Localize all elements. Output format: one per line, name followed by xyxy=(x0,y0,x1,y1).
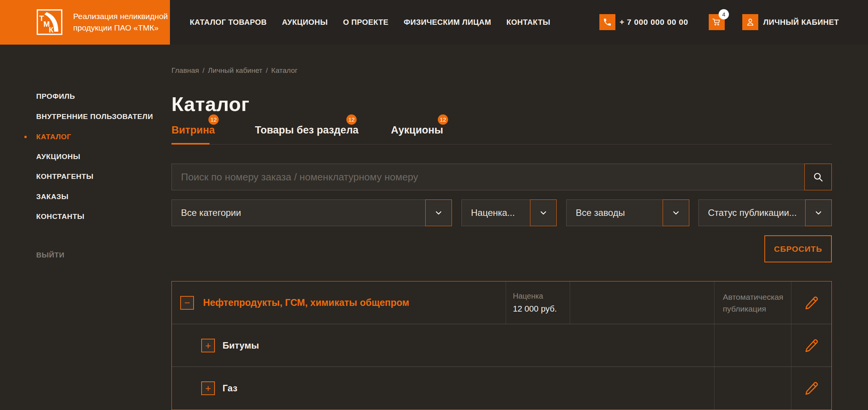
markup-label: Наценка xyxy=(513,292,543,301)
expand-subcategory-button[interactable]: + xyxy=(201,339,215,352)
sidebar-item-counterparties[interactable]: КОНТРАГЕНТЫ xyxy=(36,172,93,181)
breadcrumb: Главная / Личный кабинет / Каталог xyxy=(171,66,298,75)
search-button[interactable] xyxy=(804,164,832,190)
table-row-subcategory: + Битумы xyxy=(172,324,831,367)
category-name[interactable]: Нефтепродукты, ГСМ, химикаты общепром xyxy=(203,297,409,308)
svg-text:К: К xyxy=(49,26,54,34)
edit-subcategory-button[interactable] xyxy=(804,338,819,353)
tab-auctions[interactable]: Аукционы xyxy=(391,124,443,136)
tab-auctions-badge: 12 xyxy=(438,114,448,125)
sidebar-item-internal-users[interactable]: ВНУТРЕННИЕ ПОЛЬЗОВАТЕЛИ xyxy=(36,113,153,121)
active-item-dot xyxy=(24,136,27,138)
filter-publication-status[interactable]: Статус публикации... xyxy=(698,199,832,226)
chevron-down-icon xyxy=(814,208,823,218)
expand-subcategory-button[interactable]: + xyxy=(201,381,215,395)
sidebar-item-orders[interactable]: ЗАКАЗЫ xyxy=(36,193,69,201)
phone-button[interactable] xyxy=(599,14,615,30)
filter-markup-value: Наценка... xyxy=(471,200,515,226)
subcategory-name: Газ xyxy=(223,383,237,394)
edit-cell xyxy=(791,367,831,410)
brand-tagline-line1: Реализация неликвидной xyxy=(73,11,168,22)
filter-categories-toggle[interactable] xyxy=(425,199,452,226)
edit-cell xyxy=(791,324,831,367)
sidebar-item-profile[interactable]: ПРОФИЛЬ xyxy=(36,92,75,101)
page-title: Каталог xyxy=(171,94,250,114)
top-header: Т М К Реализация неликвидной продукции П… xyxy=(0,0,868,45)
table-row-category: − Нефтепродукты, ГСМ, химикаты общепром … xyxy=(172,281,831,324)
edit-cell xyxy=(791,281,831,324)
sidebar-item-catalog-label: КАТАЛОГ xyxy=(36,133,71,141)
search-box xyxy=(171,164,832,190)
breadcrumb-separator: / xyxy=(202,66,204,75)
publication-cell xyxy=(714,324,791,367)
breadcrumb-current: Каталог xyxy=(271,66,298,75)
sidebar-item-constants[interactable]: КОНСТАНТЫ xyxy=(36,212,85,221)
chevron-down-icon xyxy=(434,208,444,218)
category-name-cell: − Нефтепродукты, ГСМ, химикаты общепром xyxy=(172,281,506,324)
cart-count-badge: 4 xyxy=(719,9,729,19)
page: Т М К Реализация неликвидной продукции П… xyxy=(0,0,868,410)
top-nav: КАТАЛОГ ТОВАРОВ АУКЦИОНЫ О ПРОЕКТЕ ФИЗИЧ… xyxy=(190,0,550,45)
chevron-down-icon xyxy=(671,208,681,218)
tab-vitrina-badge: 12 xyxy=(208,114,219,125)
search-icon xyxy=(812,171,824,183)
subcategory-name: Битумы xyxy=(223,340,259,351)
nav-item-contacts[interactable]: КОНТАКТЫ xyxy=(506,18,550,27)
pencil-icon xyxy=(804,295,819,310)
phone-number[interactable]: + 7 000 000 00 00 xyxy=(620,14,688,30)
nav-item-auctions[interactable]: АУКЦИОНЫ xyxy=(282,18,328,27)
search-input[interactable] xyxy=(172,164,797,190)
publication-cell: Автоматическая публикация xyxy=(714,281,791,324)
sidebar-item-catalog[interactable]: КАТАЛОГ xyxy=(36,133,71,141)
edit-category-button[interactable] xyxy=(804,295,819,310)
brand-tagline-line2: продукции ПАО «ТМК» xyxy=(73,22,168,34)
breadcrumb-cabinet[interactable]: Личный кабинет xyxy=(208,66,263,75)
nav-item-individuals[interactable]: ФИЗИЧЕСКИМ ЛИЦАМ xyxy=(404,18,491,27)
breadcrumb-separator: / xyxy=(266,66,268,75)
publication-cell xyxy=(714,367,791,410)
person-icon xyxy=(745,17,755,27)
brand-tagline: Реализация неликвидной продукции ПАО «ТМ… xyxy=(73,11,168,34)
nav-item-catalog[interactable]: КАТАЛОГ ТОВАРОВ xyxy=(190,18,267,27)
filter-categories-value: Все категории xyxy=(181,200,241,226)
phone-icon xyxy=(603,18,612,27)
subcategory-name-cell: + Газ xyxy=(172,367,714,410)
reset-filters-button[interactable]: СБРОСИТЬ xyxy=(764,235,832,262)
edit-subcategory-button[interactable] xyxy=(804,381,819,396)
filter-categories[interactable]: Все категории xyxy=(171,199,452,226)
pencil-icon xyxy=(804,381,819,396)
sidebar-logout[interactable]: ВЫЙТИ xyxy=(36,251,64,259)
tab-goods-without-section[interactable]: Товары без раздела xyxy=(255,124,359,136)
filter-publication-status-value: Статус публикации... xyxy=(708,200,797,226)
filter-markup[interactable]: Наценка... xyxy=(461,199,557,226)
account-button[interactable] xyxy=(742,14,758,30)
filter-markup-toggle[interactable] xyxy=(530,199,557,226)
markup-value: 12 000 руб. xyxy=(513,304,557,314)
cart-icon xyxy=(712,17,722,27)
tabs-divider xyxy=(171,144,832,145)
table-row-subcategory: + Газ xyxy=(172,367,831,410)
empty-cell xyxy=(570,281,714,324)
account-label[interactable]: ЛИЧНЫЙ КАБИНЕТ xyxy=(763,14,839,30)
active-tab-underline xyxy=(171,143,210,145)
markup-cell: Наценка 12 000 руб. xyxy=(506,281,570,324)
filter-plants-toggle[interactable] xyxy=(663,199,689,226)
filter-publication-status-toggle[interactable] xyxy=(805,199,832,226)
breadcrumb-home[interactable]: Главная xyxy=(171,66,199,75)
catalog-table: − Нефтепродукты, ГСМ, химикаты общепром … xyxy=(171,281,832,410)
tab-goods-without-section-badge: 12 xyxy=(346,114,357,125)
nav-item-about[interactable]: О ПРОЕКТЕ xyxy=(343,18,388,27)
main-content: Главная / Личный кабинет / Каталог Катал… xyxy=(171,45,832,410)
publication-status: Автоматическая публикация xyxy=(723,291,784,315)
subcategory-name-cell: + Битумы xyxy=(172,324,714,367)
cart-button[interactable]: 4 xyxy=(709,14,725,30)
sidebar: ПРОФИЛЬ ВНУТРЕННИЕ ПОЛЬЗОВАТЕЛИ КАТАЛОГ … xyxy=(0,45,170,410)
sidebar-item-auctions[interactable]: АУКЦИОНЫ xyxy=(36,153,80,161)
logo-link[interactable]: Т М К Реализация неликвидной продукции П… xyxy=(0,0,170,45)
collapse-category-button[interactable]: − xyxy=(180,296,194,310)
tab-vitrina[interactable]: Витрина xyxy=(171,124,215,136)
pencil-icon xyxy=(804,338,819,353)
filter-plants[interactable]: Все заводы xyxy=(566,199,689,226)
tmk-logo-icon: Т М К xyxy=(37,9,62,35)
chevron-down-icon xyxy=(538,208,548,218)
